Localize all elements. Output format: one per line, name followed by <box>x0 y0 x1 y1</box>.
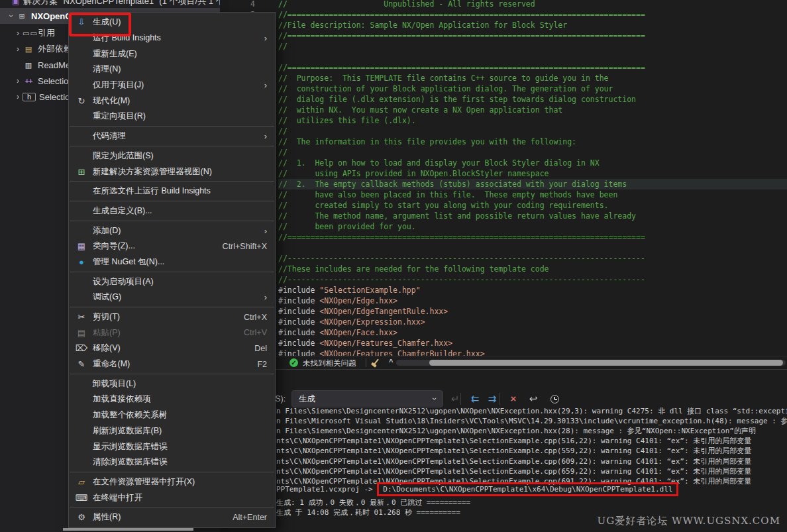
output-line: 生成: 1 成功，0 失败，0 最新，0 已跳过 ========== <box>276 498 470 507</box>
modernize-icon: ↻ <box>74 96 89 106</box>
output-panel: (S): 生成 › ↵⇇⇉×↩ n Files\Siemens\Designce… <box>229 369 787 532</box>
editor-horizontal-scrollbar[interactable] <box>396 360 786 366</box>
menu-item-清理n[interactable]: 清理(N) <box>69 62 275 78</box>
menu-item-label: 添加(D) <box>93 225 121 237</box>
solution-icon: ▣ <box>12 0 19 6</box>
code-text-area[interactable]: // Unpublished - All rights reserved//==… <box>278 0 787 356</box>
submenu-arrow-icon: › <box>264 80 267 90</box>
menu-separator <box>70 507 274 507</box>
menu-item-label: 类向导(Z)... <box>93 240 135 252</box>
chevron-right-icon[interactable]: › <box>13 44 23 54</box>
menu-item-在终端中打开[interactable]: ⌨在终端中打开 <box>69 490 275 505</box>
code-line: //======================================… <box>278 9 787 20</box>
header-file-icon: h <box>23 93 36 101</box>
include-path: <NXOpen/Expression.hxx> <box>319 317 425 327</box>
chevron-right-icon[interactable]: › <box>13 76 23 85</box>
menu-item-清除浏览数据库错误[interactable]: 清除浏览数据库错误 <box>69 454 275 470</box>
menu-item-在文件资源管理器中打开x[interactable]: ▱在文件资源管理器中打开(X) <box>69 474 275 490</box>
menu-item-新建解决方案资源管理器视图n[interactable]: ⊞新建解决方案资源管理器视图(N) <box>69 164 275 180</box>
chevron-up-icon[interactable]: ^ <box>389 358 393 366</box>
menu-item-加载直接依赖项[interactable]: 加载直接依赖项 <box>69 392 275 407</box>
code-editor[interactable]: 45 // Unpublished - All rights reserved/… <box>229 0 787 369</box>
menu-item-属性r[interactable]: ⚙属性(R)Alt+Enter <box>69 509 275 525</box>
menu-item-label: 限定为此范围(S) <box>93 150 154 162</box>
chevron-right-icon[interactable]: › <box>13 92 23 101</box>
menu-item-重命名m[interactable]: ✎重命名(M)F2 <box>69 356 275 372</box>
menu-item-卸载项目l[interactable]: 卸载项目(L) <box>69 376 275 392</box>
cut-icon: ✂ <box>74 312 89 322</box>
include-path: "SelectionExample.hpp" <box>319 286 420 295</box>
chevron-down-icon[interactable]: › <box>7 11 16 21</box>
menu-item-label: 重新生成(E) <box>93 48 137 60</box>
red-annotation-box-build <box>69 13 131 36</box>
code-line: // <box>278 41 787 52</box>
code-line: #include <NXOpen/EdgeTangentRule.hxx> <box>278 306 787 317</box>
menu-item-加载整个依赖关系树[interactable]: 加载整个依赖关系树 <box>69 407 275 423</box>
preprocessor-directive: #include <box>278 339 319 348</box>
code-cleanup-broom-icon[interactable] <box>374 358 379 364</box>
menu-item-限定为此范围s[interactable]: 限定为此范围(S) <box>69 148 275 164</box>
menu-item-添加d[interactable]: 添加(D)› <box>69 223 275 239</box>
menu-item-label: 清除浏览数据库错误 <box>93 456 168 468</box>
code-line: // <box>278 126 787 136</box>
code-line: // utilizes this file (.dlx). <box>278 115 787 126</box>
menu-item-刷新浏览数据库b[interactable]: 刷新浏览数据库(B) <box>69 423 275 439</box>
code-line: // The information in this file provides… <box>278 136 787 147</box>
menu-item-剪切t[interactable]: ✂剪切(T)Ctrl+X <box>69 309 275 325</box>
output-line: nts\C\NXOpenCPPTemplate1\NXOpenCPPTempla… <box>276 456 751 466</box>
menu-item-label: 现代化(M) <box>93 95 130 107</box>
project-context-menu: ⇩生成(U)运行 Build Insights›重新生成(E)清理(N)仅用于项… <box>68 12 276 528</box>
code-line: // 1. Help on how to load and display yo… <box>278 158 787 168</box>
menu-separator <box>70 126 274 127</box>
code-line: #include <NXOpen/Expression.hxx> <box>278 317 787 327</box>
menu-item-显示浏览数据库错误[interactable]: 显示浏览数据库错误 <box>69 439 275 454</box>
chevron-right-icon[interactable] <box>13 60 23 70</box>
menu-item-label: 调试(G) <box>93 292 121 303</box>
menu-item-移除v[interactable]: ⌦移除(V)Del <box>69 341 275 356</box>
menu-item-仅用于项目j[interactable]: 仅用于项目(J)› <box>69 78 275 93</box>
solution-label: 解决方案 "NXOpenCPPTemplate1" (1 个项目/共 1 个项目… <box>23 0 229 7</box>
menu-item-label: 清理(N) <box>93 64 121 75</box>
code-line: // been provided for you. <box>278 221 787 232</box>
menu-item-在所选文件上运行buildinsights[interactable]: 在所选文件上运行 Build Insights <box>69 184 275 199</box>
menu-item-生成自定义b[interactable]: 生成自定义(B)... <box>69 203 275 219</box>
menu-item-label: 剪切(T) <box>93 311 120 323</box>
code-line <box>278 52 787 62</box>
menu-item-类向导z[interactable]: ▦类向导(Z)...Ctrl+Shift+X <box>69 239 275 254</box>
menu-item-重新生成e[interactable]: 重新生成(E) <box>69 46 275 62</box>
open-folder-icon: ▱ <box>74 477 89 487</box>
menu-item-代码清理[interactable]: 代码清理› <box>69 129 275 144</box>
menu-separator <box>70 221 274 221</box>
menu-item-label: 新建解决方案资源管理器视图(N) <box>93 166 212 178</box>
code-line: #include <NXOpen/Face.hxx> <box>278 327 787 338</box>
output-line: 生成 于 14:08 完成，耗时 01.268 秒 ========== <box>276 507 460 517</box>
chevron-right-icon[interactable]: › <box>13 28 23 38</box>
tree-item-label: 引用 <box>38 27 55 39</box>
output-line: n Files\Siemens\DesigncenterNX2512\ugope… <box>276 406 787 416</box>
output-line: PPTemplate1.vcxproj -> D:\Documents\C\NX… <box>276 485 678 494</box>
menu-item-管理nuget包n[interactable]: ●管理 NuGet 包(N)... <box>69 254 275 270</box>
menu-item-调试g[interactable]: 调试(G)› <box>69 290 275 305</box>
code-line: //--------------------------------------… <box>278 274 787 285</box>
menu-item-label: 移除(V) <box>93 343 121 354</box>
code-line: // 2. The empty callback methods (stubs)… <box>278 179 787 189</box>
submenu-arrow-icon: › <box>264 292 267 302</box>
include-path: <NXOpen/Face.hxx> <box>319 328 397 337</box>
menu-item-shortcut: F2 <box>257 360 267 369</box>
menu-separator <box>70 307 274 307</box>
divider <box>366 358 366 367</box>
issues-status-text: 未找到相关问题 <box>303 358 356 368</box>
menu-item-设为启动项目a[interactable]: 设为启动项目(A) <box>69 274 275 290</box>
menu-item-label: 在终端中打开 <box>93 492 142 504</box>
menu-item-重定向项目r[interactable]: 重定向项目(R) <box>69 109 275 125</box>
properties-icon: ⚙ <box>74 512 89 522</box>
sidebar-horizontal-scrollbar[interactable] <box>63 528 193 531</box>
terminal-icon: ⌨ <box>74 493 89 503</box>
menu-item-shortcut: Ctrl+V <box>244 328 267 337</box>
scrollbar-thumb[interactable] <box>429 360 783 366</box>
menu-separator <box>70 181 274 182</box>
cpp-file-icon: ++ <box>23 77 34 85</box>
output-log[interactable]: n Files\Siemens\DesigncenterNX2512\ugope… <box>229 403 787 532</box>
menu-item-现代化m[interactable]: ↻现代化(M) <box>69 93 275 109</box>
code-line: //File description: Sample NX/Open Appli… <box>278 20 787 30</box>
